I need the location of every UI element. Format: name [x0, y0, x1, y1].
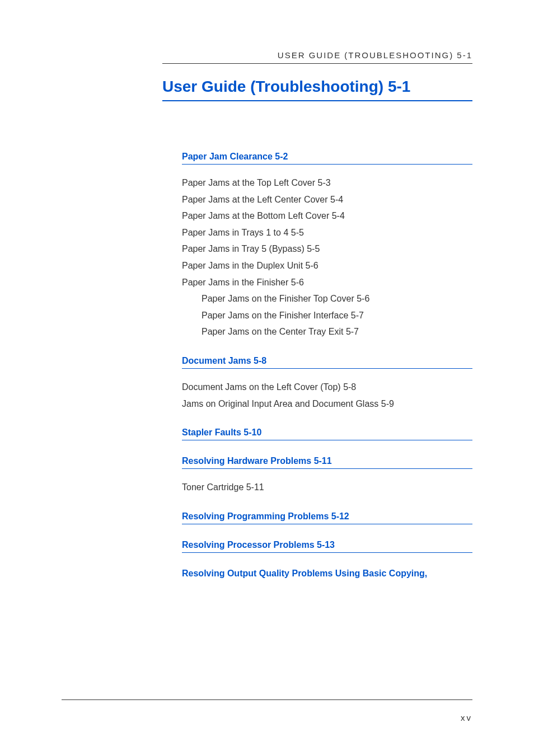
toc-item[interactable]: Paper Jams in Trays 1 to 4 5-5 — [182, 224, 472, 241]
toc-content: Paper Jam Clearance 5-2 Paper Jams at th… — [182, 152, 472, 581]
toc-item[interactable]: Toner Cartridge 5-11 — [182, 479, 472, 496]
toc-item[interactable]: Paper Jams in Tray 5 (Bypass) 5-5 — [182, 241, 472, 257]
section-heading-processor[interactable]: Resolving Processor Problems 5-13 — [182, 540, 472, 553]
running-header: USER GUIDE (TROUBLESHOOTING) 5-1 — [162, 50, 472, 64]
section-heading-hardware[interactable]: Resolving Hardware Problems 5-11 — [182, 456, 472, 469]
toc-subitem[interactable]: Paper Jams on the Center Tray Exit 5-7 — [202, 323, 472, 340]
footer-divider — [62, 699, 472, 700]
toc-item[interactable]: Document Jams on the Left Cover (Top) 5-… — [182, 379, 472, 396]
toc-item[interactable]: Paper Jams at the Left Center Cover 5-4 — [182, 191, 472, 208]
section-heading-document-jams[interactable]: Document Jams 5-8 — [182, 356, 472, 369]
page-number: xv — [461, 713, 472, 722]
toc-item[interactable]: Paper Jams in the Duplex Unit 5-6 — [182, 257, 472, 274]
toc-subitem[interactable]: Paper Jams on the Finisher Interface 5-7 — [202, 307, 472, 324]
section-heading-stapler-faults[interactable]: Stapler Faults 5-10 — [182, 428, 472, 440]
toc-item[interactable]: Jams on Original Input Area and Document… — [182, 396, 472, 412]
toc-subitem[interactable]: Paper Jams on the Finisher Top Cover 5-6 — [202, 290, 472, 307]
toc-item[interactable]: Paper Jams at the Bottom Left Cover 5-4 — [182, 208, 472, 224]
toc-item[interactable]: Paper Jams in the Finisher 5-6 — [182, 274, 472, 291]
section-heading-output-quality[interactable]: Resolving Output Quality Problems Using … — [182, 569, 472, 581]
section-heading-programming[interactable]: Resolving Programming Problems 5-12 — [182, 511, 472, 524]
page-title: User Guide (Troubleshooting) 5-1 — [162, 78, 472, 101]
section-heading-paper-jam[interactable]: Paper Jam Clearance 5-2 — [182, 152, 472, 165]
toc-item[interactable]: Paper Jams at the Top Left Cover 5-3 — [182, 175, 472, 191]
